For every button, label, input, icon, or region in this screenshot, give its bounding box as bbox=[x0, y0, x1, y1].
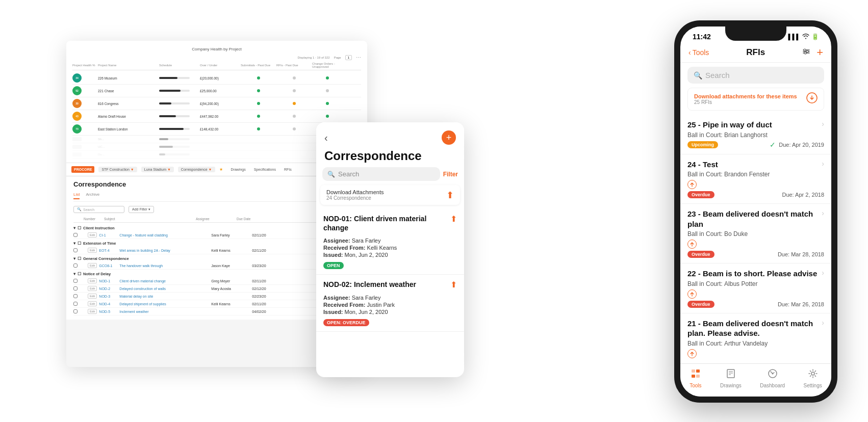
search-icon: 🔍 bbox=[694, 71, 702, 80]
nav-tab-drawings[interactable]: Drawings bbox=[229, 167, 248, 172]
item-id[interactable]: NOD-5 bbox=[99, 310, 110, 313]
item-id[interactable]: NOD-1 bbox=[99, 279, 110, 283]
item-subject[interactable]: The handover walk through bbox=[119, 264, 163, 268]
edit-button[interactable]: Edit bbox=[88, 278, 97, 283]
rfi-item-22[interactable]: 22 - Beam is to short. Please advise › B… bbox=[680, 263, 831, 313]
rfi-item-24[interactable]: 24 - Test › Ball in Court: Brandon Fenst… bbox=[680, 154, 831, 204]
item-subject[interactable]: Change - feature wall cladding bbox=[119, 233, 168, 237]
item-id[interactable]: CI-1 bbox=[99, 233, 106, 237]
row-checkbox[interactable] bbox=[73, 302, 78, 306]
mob-search-text: Search bbox=[338, 170, 359, 178]
row-checkbox[interactable] bbox=[73, 294, 78, 298]
nav-company[interactable]: STF Construction ▼ bbox=[98, 167, 137, 172]
tab-drawings[interactable]: Drawings bbox=[720, 368, 742, 388]
tab-archive[interactable]: Archive bbox=[86, 192, 99, 199]
row-checkbox[interactable] bbox=[73, 286, 78, 291]
mob-corr-item-nod01[interactable]: NOD-01: Client driven material change ⬆ … bbox=[316, 209, 464, 275]
item-due: 02/11/20 bbox=[252, 279, 283, 283]
rfi-header: 25 - Pipe in way of duct › bbox=[687, 120, 824, 130]
mob-back-button[interactable]: ‹ bbox=[324, 132, 328, 144]
health-badge-52: 52 bbox=[72, 86, 82, 95]
item-subject[interactable]: Material delay on site bbox=[119, 295, 153, 298]
row-checkbox[interactable] bbox=[73, 279, 78, 283]
nav-tab-specifications[interactable]: Specifications bbox=[252, 167, 278, 172]
edit-button[interactable]: Edit bbox=[88, 309, 97, 314]
row-checkbox[interactable] bbox=[73, 263, 78, 268]
item-id[interactable]: NOD-2 bbox=[99, 287, 110, 291]
phone-download-bar[interactable]: Download attachments for these items 25 … bbox=[687, 88, 824, 111]
filter-button[interactable]: Add Filter ▾ bbox=[129, 206, 154, 213]
item-assignee: Greg Meyer bbox=[211, 279, 252, 283]
item-subject[interactable]: Client driven material change bbox=[119, 279, 166, 283]
mob-download-bar[interactable]: Download Attachments 24 Correspondence ⬆ bbox=[320, 185, 460, 205]
mob-filter-button[interactable]: Filter bbox=[443, 171, 458, 178]
item-id[interactable]: EOT-4 bbox=[99, 249, 109, 252]
chevron-right-icon: › bbox=[822, 209, 824, 217]
mob-add-button[interactable]: + bbox=[442, 130, 456, 145]
nav-project[interactable]: Luna Stadium ▼ bbox=[141, 167, 174, 172]
rfi-item-25[interactable]: 25 - Pipe in way of duct › Ball in Court… bbox=[680, 115, 831, 154]
item-subject[interactable]: Delayed construction of walls bbox=[119, 287, 166, 291]
tab-tools[interactable]: Tools bbox=[690, 368, 701, 388]
search-placeholder: Search bbox=[705, 71, 730, 80]
signal-icon: ▌▌▌ bbox=[788, 34, 800, 40]
row-checkbox[interactable] bbox=[73, 248, 78, 252]
add-rfi-button[interactable]: + bbox=[816, 46, 823, 59]
rfi-due-date: Due: Mar 28, 2018 bbox=[778, 251, 824, 257]
back-label: Tools bbox=[693, 48, 709, 57]
rfi-footer: Overdue Due: Mar 28, 2018 bbox=[687, 251, 824, 258]
item-id[interactable]: NOD-3 bbox=[99, 295, 110, 298]
item-subject[interactable]: Delayed shipment of supplies bbox=[119, 302, 166, 306]
table-row: 52 221 Chase £25,000.00 bbox=[72, 85, 361, 97]
row-checkbox[interactable] bbox=[73, 309, 78, 313]
edit-button[interactable]: Edit bbox=[88, 301, 97, 306]
tab-label-dashboard: Dashboard bbox=[760, 383, 785, 388]
tab-list[interactable]: List bbox=[73, 192, 80, 199]
rfi-item-21[interactable]: 21 - Beam delivered doesn't match plan. … bbox=[680, 313, 831, 366]
svg-point-4 bbox=[806, 50, 808, 52]
edit-button[interactable]: Edit bbox=[88, 248, 97, 253]
tab-settings[interactable]: Settings bbox=[804, 368, 822, 388]
page-num[interactable]: 1 bbox=[345, 55, 352, 60]
row-checkbox[interactable] bbox=[73, 233, 78, 237]
item-id[interactable]: GCO8-1 bbox=[99, 264, 112, 268]
phone-nav-icons: + bbox=[802, 46, 823, 59]
phone-tab-bar: Tools Drawings bbox=[680, 363, 831, 397]
edit-button[interactable]: Edit bbox=[88, 263, 97, 268]
item-subject[interactable]: Inclement weather bbox=[119, 310, 148, 313]
rfi-title: 21 - Beam delivered doesn't match plan. … bbox=[687, 319, 819, 338]
rfi-footer: Upcoming ✓ Due: Apr 20, 2019 bbox=[687, 141, 824, 149]
mob-item-download-icon[interactable]: ⬆ bbox=[450, 280, 457, 289]
search-input[interactable]: 🔍 Search bbox=[73, 206, 124, 213]
item-subject[interactable]: Wet areas in building 2A - Delay bbox=[119, 249, 170, 252]
table-row: 30 816 Congress £(94,200.00) bbox=[72, 97, 361, 110]
item-id[interactable]: NOD-4 bbox=[99, 302, 110, 306]
check-icon: ✓ bbox=[770, 141, 776, 149]
filter-icon[interactable] bbox=[802, 48, 810, 57]
mob-search-bar[interactable]: 🔍 Search bbox=[322, 167, 440, 181]
phone-back-button[interactable]: ‹ Tools bbox=[688, 48, 709, 57]
upload-icon bbox=[687, 180, 697, 191]
mob-meta-received: Received From: Kelli Kearns bbox=[323, 245, 457, 251]
edit-button[interactable]: Edit bbox=[88, 294, 97, 299]
mob-corr-item-nod02[interactable]: NOD-02: Inclement weather ⬆ Assignee: Sa… bbox=[316, 275, 464, 331]
nav-project-task[interactable]: Correspondence ▼ bbox=[178, 167, 215, 172]
rfi-footer: Overdue Due: Mar 26, 2018 bbox=[687, 301, 824, 308]
tab-label-settings: Settings bbox=[804, 383, 822, 388]
col-over-under: Over / Under bbox=[200, 64, 241, 67]
dot bbox=[293, 127, 296, 130]
chevron-right-icon: › bbox=[822, 160, 824, 168]
nav-tab-rfis[interactable]: RFIs bbox=[282, 167, 294, 172]
tab-dashboard[interactable]: Dashboard bbox=[760, 368, 785, 388]
rfi-item-23[interactable]: 23 - Beam delivered doesn't match plan ›… bbox=[680, 204, 831, 263]
phone-search-bar[interactable]: 🔍 Search bbox=[687, 67, 824, 84]
status-badge-overdue: Overdue bbox=[687, 301, 714, 308]
rfi-ball-in-court: Ball in Court: Brandon Fenster bbox=[687, 171, 824, 178]
battery-icon: 🔋 bbox=[811, 33, 819, 40]
tools-icon bbox=[690, 368, 701, 382]
item-due: 02/11/20 bbox=[252, 249, 283, 252]
rfi-due-date: Due: Apr 2, 2018 bbox=[782, 192, 824, 198]
edit-button[interactable]: Edit bbox=[88, 232, 97, 238]
mob-item-download-icon[interactable]: ⬆ bbox=[450, 214, 457, 224]
edit-button[interactable]: Edit bbox=[88, 286, 97, 291]
